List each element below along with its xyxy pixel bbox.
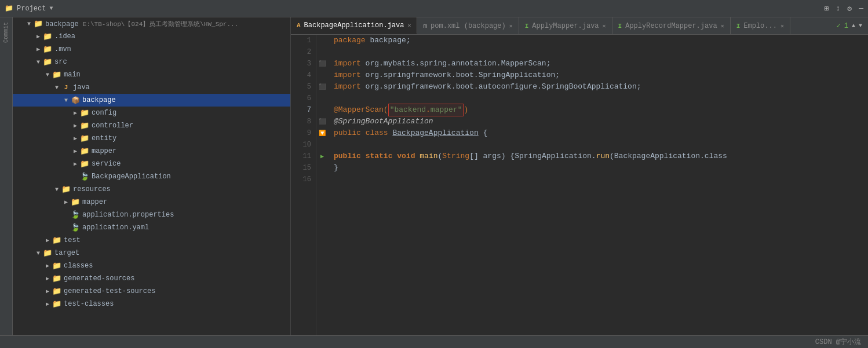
sidebar-item-backpage-pkg[interactable]: ▼ 📦 backpage <box>13 94 290 107</box>
tab-backpage-app[interactable]: A BackpageApplication.java ✕ <box>291 17 417 34</box>
project-label: Project <box>17 5 46 13</box>
sidebar-item-backpage-root[interactable]: ▼ 📁 backpage E:\TB-shop\【024】员工考勤管理系统\HW… <box>13 17 290 30</box>
folder-icon-entity: 📁 <box>80 134 89 143</box>
line-num-16: 16 <box>291 174 316 185</box>
check-icon: ✓ <box>837 21 841 30</box>
close-paren-mapperscan: ) <box>464 104 468 116</box>
sidebar-item-idea[interactable]: ▶ 📁 .idea <box>13 30 290 43</box>
code-line-5: import org.springframework.boot.autoconf… <box>334 81 868 93</box>
folder-icon-gen-test-sources: 📁 <box>52 287 61 296</box>
arrow-resources: ▼ <box>52 186 61 193</box>
tab-apply-mapper[interactable]: I ApplyMapper.java ✕ <box>519 17 612 34</box>
package-name: backpage; <box>366 35 411 46</box>
tab-icon-apply-record-mapper: I <box>618 23 622 30</box>
tab-label-apply-mapper: ApplyMapper.java <box>532 22 599 30</box>
sidebar-item-mvn[interactable]: ▶ 📁 .mvn <box>13 43 290 56</box>
line-num-8: 8 <box>291 116 316 127</box>
label-entity: entity <box>92 134 290 142</box>
spring-icon-app: 🍃 <box>80 172 89 181</box>
kw-import-5: import <box>334 81 361 93</box>
status-text: CSDN @宁小流 <box>815 337 861 347</box>
sidebar-item-resources[interactable]: ▼ 📁 resources <box>13 183 290 196</box>
sidebar-item-config[interactable]: ▶ 📁 config <box>13 107 290 119</box>
grid-icon[interactable]: ⊞ <box>825 4 829 13</box>
tab-emplo[interactable]: I Emplo... ✕ <box>731 17 790 34</box>
arrows-icon[interactable]: ↕ <box>836 4 841 13</box>
code-line-1: package backpage; <box>334 35 868 46</box>
method-main: main <box>420 151 437 162</box>
line-num-7: 7 <box>291 104 316 116</box>
code-editor[interactable]: 1 2 3 4 5 6 7 8 9 10 11 15 16 ⬛ ⬛ <box>291 35 868 335</box>
sidebar-item-gen-sources[interactable]: ▶ 📁 generated-sources <box>13 272 290 285</box>
annotation-mapperscan: @MapperScan( <box>334 104 388 116</box>
arrow-config: ▶ <box>71 109 80 116</box>
sidebar-item-test[interactable]: ▶ 📁 test <box>13 234 290 247</box>
kw-public-9: public <box>334 127 361 139</box>
settings-icon[interactable]: ⚙ <box>847 4 852 13</box>
tab-close-apply-mapper[interactable]: ✕ <box>603 23 606 30</box>
code-line-6 <box>334 93 868 104</box>
commit-icon[interactable]: Commit <box>2 20 10 45</box>
tab-close-emplo[interactable]: ✕ <box>781 23 784 30</box>
kw-public-11: public <box>334 151 361 162</box>
sidebar-item-app-props[interactable]: 🍃 application.properties <box>13 208 290 221</box>
folder-icon-controller: 📁 <box>80 121 89 130</box>
sidebar-item-res-mapper[interactable]: ▶ 📁 mapper <box>13 196 290 208</box>
gutter-2 <box>316 46 328 58</box>
folder-icon-resources: 📁 <box>61 185 71 194</box>
tab-close-backpage-app[interactable]: ✕ <box>407 22 411 29</box>
folder-icon-res-mapper: 📁 <box>71 197 80 207</box>
import-path-3: org.mybatis.spring.annotation.MapperScan… <box>361 58 551 69</box>
code-line-11: public static void main ( String [] args… <box>334 151 868 162</box>
code-line-9: public class BackpageApplication { <box>334 127 868 139</box>
arrow-java: ▼ <box>52 85 61 91</box>
sidebar-item-classes[interactable]: ▶ 📁 classes <box>13 259 290 272</box>
gutter-11[interactable]: ▶ <box>316 151 328 162</box>
sidebar-item-service[interactable]: ▶ 📁 service <box>13 157 290 170</box>
title-dropdown-icon[interactable]: ▼ <box>49 5 53 12</box>
code-line-8: @SpringBootApplication <box>334 116 868 127</box>
code-line-4: import org.springframework.boot.SpringAp… <box>334 69 868 81</box>
arrow-idea: ▶ <box>34 33 43 40</box>
tab-close-pom[interactable]: ✕ <box>509 23 513 30</box>
arrow-main: ▼ <box>43 72 52 78</box>
java-icon: J <box>61 83 71 92</box>
label-gen-test-sources: generated-test-sources <box>64 287 290 295</box>
line-num-11: 11 <box>291 151 316 162</box>
sidebar-item-test-classes[interactable]: ▶ 📁 test-classes <box>13 298 290 310</box>
tab-pom-xml[interactable]: m pom.xml (backpage) ✕ <box>417 17 519 34</box>
annotation-springboot: @SpringBootApplication <box>334 116 433 127</box>
code-content[interactable]: package backpage; import org.mybatis.spr… <box>328 35 868 335</box>
tab-close-apply-record-mapper[interactable]: ✕ <box>721 23 724 30</box>
sidebar-item-target[interactable]: ▼ 📁 target <box>13 247 290 259</box>
tab-apply-record-mapper[interactable]: I ApplyRecordMapper.java ✕ <box>612 17 731 34</box>
folder-icon-mvn: 📁 <box>43 45 52 54</box>
kw-package: package <box>334 35 366 46</box>
sidebar-item-mapper[interactable]: ▶ 📁 mapper <box>13 145 290 157</box>
check-count: 1 <box>844 22 848 30</box>
highlight-string-mapperscan: "backend.mapper" <box>388 104 464 116</box>
sidebar-item-java[interactable]: ▼ J java <box>13 81 290 94</box>
arrow-service: ▶ <box>71 160 80 167</box>
sidebar-item-main[interactable]: ▼ 📁 main <box>13 68 290 81</box>
line-num-15: 15 <box>291 162 316 174</box>
sidebar-item-app-yaml[interactable]: 🍃 application.yaml <box>13 221 290 234</box>
folder-icon-main: 📁 <box>52 70 61 79</box>
folder-icon-test: 📁 <box>52 236 61 245</box>
minimize-icon[interactable]: — <box>859 4 863 13</box>
brace-open-9: { <box>479 127 488 139</box>
class-name-9: BackpageApplication <box>392 127 478 139</box>
sidebar-item-src[interactable]: ▼ 📁 src <box>13 56 290 68</box>
gutter-5: ⬛ <box>316 81 328 93</box>
spring-icon-props: 🍃 <box>71 210 80 219</box>
arrow-up-icon[interactable]: ▲ <box>852 23 855 29</box>
arrow-down-icon[interactable]: ▼ <box>859 23 862 29</box>
sidebar-item-backpage-app-class[interactable]: 🍃 BackpageApplication <box>13 170 290 183</box>
label-test-classes: test-classes <box>64 300 290 308</box>
line-num-5: 5 <box>291 81 316 93</box>
label-src: src <box>54 58 290 66</box>
tab-icon-apply-mapper: I <box>525 23 529 30</box>
sidebar-item-controller[interactable]: ▶ 📁 controller <box>13 119 290 132</box>
sidebar-item-gen-test-sources[interactable]: ▶ 📁 generated-test-sources <box>13 285 290 298</box>
sidebar-item-entity[interactable]: ▶ 📁 entity <box>13 132 290 145</box>
